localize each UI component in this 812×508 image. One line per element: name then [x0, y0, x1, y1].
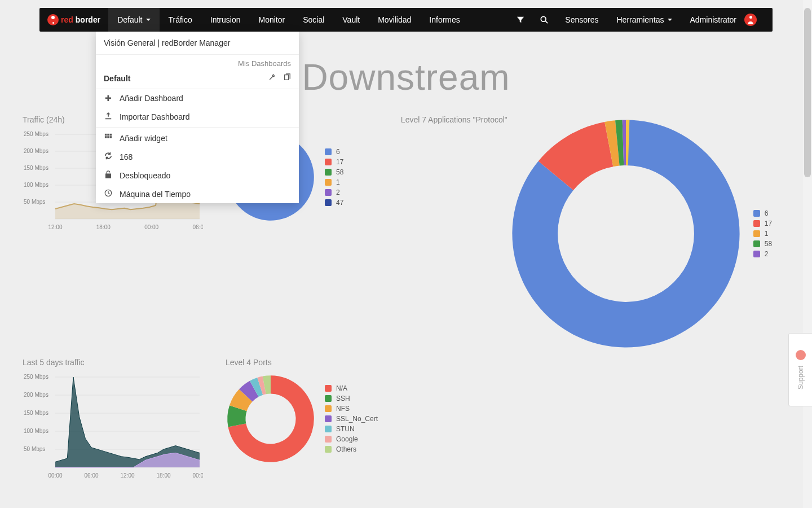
legend-label: Others	[336, 445, 356, 453]
dropdown-current-dashboard[interactable]: Default	[96, 70, 299, 89]
dropdown-add-dashboard[interactable]: ✚Añadir Dashboard	[96, 89, 299, 107]
support-tab[interactable]: Support	[788, 333, 812, 406]
panel-l7-protocol: Level 7 Applications "Protocol" 6171582	[383, 115, 789, 352]
brand-logo[interactable]: redborder	[39, 14, 108, 25]
legend-item[interactable]: N/A	[325, 384, 378, 392]
nav-sensores[interactable]: Sensores	[556, 8, 607, 32]
donut-l7-protocol[interactable]: 6171582	[508, 115, 772, 352]
copy-icon[interactable]	[283, 73, 291, 83]
legend-item[interactable]: 17	[325, 158, 343, 166]
legend-item[interactable]: 6	[325, 148, 343, 156]
current-dashboard-name: Default	[104, 74, 130, 83]
svg-rect-8	[110, 136, 112, 138]
nav-admin[interactable]: Administrator	[681, 8, 766, 32]
legend-swatch	[753, 240, 760, 247]
legend-item[interactable]: 1	[753, 230, 772, 238]
panel-title: Level 7 Applications "Protocol"	[401, 115, 508, 345]
panel-title: Last 5 days traffic	[23, 358, 214, 367]
legend-item[interactable]: 58	[753, 240, 772, 248]
legend-label: STUN	[336, 425, 355, 433]
legend-item[interactable]: 17	[753, 220, 772, 227]
unlock-icon	[104, 170, 113, 180]
scrollbar[interactable]	[803, 0, 812, 508]
svg-text:100 Mbps: 100 Mbps	[24, 428, 48, 434]
svg-text:18:00: 18:00	[156, 472, 170, 479]
svg-text:200 Mbps: 200 Mbps	[24, 392, 48, 398]
svg-text:12:00: 12:00	[48, 224, 62, 230]
legend-swatch	[325, 446, 332, 453]
dropdown-time-machine[interactable]: Máquina del Tiempo	[96, 185, 299, 203]
dropdown-import-dashboard[interactable]: Importar Dashboard	[96, 107, 299, 126]
filter-icon[interactable]	[509, 8, 532, 32]
dropdown-section-label: Mis Dashboards	[96, 55, 299, 70]
legend-item[interactable]: 58	[325, 168, 343, 176]
svg-rect-2	[285, 75, 289, 80]
nav-vault[interactable]: Vault	[333, 8, 369, 32]
row-downstream-2: Last 5 days traffic 50 Mbps100 Mbps150 M…	[23, 358, 789, 481]
nav-items-left: Default Tráfico Intrusion Monitor Social…	[108, 8, 469, 32]
nav-monitor[interactable]: Monitor	[249, 8, 294, 32]
legend-swatch	[325, 436, 332, 443]
legend-label: 17	[336, 158, 343, 166]
legend-item[interactable]: 47	[325, 199, 343, 207]
svg-text:250 Mbps: 250 Mbps	[24, 374, 48, 380]
svg-point-0	[541, 16, 546, 21]
legend-swatch	[325, 148, 332, 155]
nav-default[interactable]: Default	[108, 8, 159, 32]
legend-swatch	[325, 405, 332, 412]
legend-label: 58	[765, 240, 772, 248]
svg-text:12:00: 12:00	[120, 472, 134, 479]
legend-item[interactable]: SSH	[325, 395, 378, 402]
legend-item[interactable]: 1	[325, 178, 343, 186]
svg-text:50 Mbps: 50 Mbps	[24, 199, 45, 205]
svg-text:06:00: 06:00	[84, 472, 98, 479]
legend-swatch	[753, 220, 760, 227]
svg-rect-6	[105, 136, 107, 138]
svg-text:00:00: 00:00	[48, 472, 62, 479]
legend-label: 1	[336, 178, 340, 186]
legend-label: 2	[765, 250, 769, 258]
legend-item[interactable]: Google	[325, 435, 378, 443]
legend-label: 6	[765, 209, 769, 217]
wrench-icon[interactable]	[268, 73, 276, 83]
dropdown-title: Visión General | redBorder Manager	[96, 32, 299, 55]
nav-informes[interactable]: Informes	[420, 8, 469, 32]
dropdown-unlocked[interactable]: Desbloqueado	[96, 166, 299, 185]
legend-item[interactable]: 6	[753, 209, 772, 217]
legend-item[interactable]: NFS	[325, 405, 378, 413]
nav-social[interactable]: Social	[294, 8, 333, 32]
legend-label: 17	[765, 220, 772, 227]
nav-movilidad[interactable]: Movilidad	[369, 8, 420, 32]
chart-last-5-days[interactable]: 50 Mbps100 Mbps150 Mbps200 Mbps250 Mbps0…	[23, 374, 203, 481]
donut-l4-ports[interactable]: N/ASSHNFSSSL_No_CertSTUNGoogleOthers	[226, 374, 395, 464]
legend-swatch	[325, 199, 332, 206]
legend-l7-protocol: 6171582	[753, 209, 772, 258]
plus-icon: ✚	[104, 94, 113, 103]
svg-rect-3	[105, 134, 107, 136]
legend-item[interactable]: 2	[753, 250, 772, 258]
dropdown-add-widget[interactable]: Añadir widget	[96, 129, 299, 147]
legend-l4-proto-small: 617581247	[325, 148, 343, 207]
svg-text:150 Mbps: 150 Mbps	[24, 165, 48, 171]
dropdown-refresh-interval[interactable]: 168	[96, 147, 299, 166]
nav-trafico[interactable]: Tráfico	[160, 8, 201, 32]
legend-item[interactable]: SSL_No_Cert	[325, 415, 378, 423]
svg-text:00:00: 00:00	[144, 224, 158, 230]
search-icon[interactable]	[532, 8, 556, 32]
nav-intrusion[interactable]: Intrusion	[201, 8, 250, 32]
panel-l4-ports: Level 4 Ports N/ASSHNFSSSL_No_CertSTUNGo…	[226, 358, 395, 464]
svg-text:200 Mbps: 200 Mbps	[24, 148, 48, 154]
legend-label: Google	[336, 435, 358, 443]
grid-icon	[104, 133, 113, 143]
nav-herramientas[interactable]: Herramientas	[608, 8, 681, 32]
scrollbar-thumb[interactable]	[804, 8, 811, 177]
legend-item[interactable]: Others	[325, 445, 378, 453]
legend-label: N/A	[336, 384, 347, 392]
legend-item[interactable]: STUN	[325, 425, 378, 433]
nav-items-right: Sensores Herramientas Administrator	[509, 8, 773, 32]
legend-item[interactable]: 2	[325, 189, 343, 196]
legend-swatch	[325, 415, 332, 422]
panel-last-5-days: Last 5 days traffic 50 Mbps100 Mbps150 M…	[23, 358, 214, 481]
legend-l4-ports: N/ASSHNFSSSL_No_CertSTUNGoogleOthers	[325, 384, 378, 453]
legend-label: 6	[336, 148, 340, 156]
